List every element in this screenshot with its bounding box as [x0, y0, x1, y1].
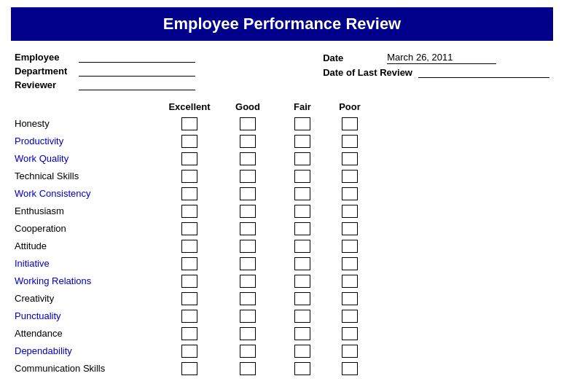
rating-cell-good[interactable] — [219, 239, 277, 254]
checkbox-poor[interactable] — [342, 135, 358, 148]
reviewer-input[interactable] — [79, 80, 195, 90]
rating-cell-fair[interactable] — [277, 152, 328, 166]
rating-cell-excellent[interactable] — [160, 152, 219, 166]
checkbox-good[interactable] — [240, 310, 256, 323]
rating-cell-fair[interactable] — [277, 169, 328, 184]
checkbox-fair[interactable] — [294, 362, 310, 375]
checkbox-excellent[interactable] — [181, 327, 197, 340]
rating-cell-excellent[interactable] — [160, 222, 219, 236]
checkbox-poor[interactable] — [342, 345, 358, 358]
rating-cell-poor[interactable] — [328, 152, 372, 166]
checkbox-excellent[interactable] — [181, 257, 197, 270]
rating-cell-good[interactable] — [219, 187, 277, 201]
checkbox-fair[interactable] — [294, 310, 310, 323]
rating-cell-fair[interactable] — [277, 309, 328, 324]
checkbox-poor[interactable] — [342, 240, 358, 253]
rating-cell-poor[interactable] — [328, 326, 372, 341]
rating-cell-poor[interactable] — [328, 256, 372, 271]
rating-cell-excellent[interactable] — [160, 274, 219, 289]
rating-cell-poor[interactable] — [328, 117, 372, 131]
rating-cell-fair[interactable] — [277, 291, 328, 306]
checkbox-fair[interactable] — [294, 117, 310, 130]
checkbox-good[interactable] — [240, 327, 256, 340]
rating-cell-good[interactable] — [219, 152, 277, 166]
checkbox-poor[interactable] — [342, 362, 358, 375]
rating-cell-good[interactable] — [219, 134, 277, 149]
rating-cell-fair[interactable] — [277, 187, 328, 201]
rating-cell-excellent[interactable] — [160, 256, 219, 271]
rating-cell-excellent[interactable] — [160, 326, 219, 341]
checkbox-good[interactable] — [240, 362, 256, 375]
rating-cell-poor[interactable] — [328, 222, 372, 236]
rating-cell-poor[interactable] — [328, 274, 372, 289]
checkbox-good[interactable] — [240, 170, 256, 183]
checkbox-excellent[interactable] — [181, 170, 197, 183]
rating-cell-fair[interactable] — [277, 256, 328, 271]
checkbox-good[interactable] — [240, 117, 256, 130]
checkbox-excellent[interactable] — [181, 205, 197, 218]
rating-cell-fair[interactable] — [277, 117, 328, 131]
employee-input[interactable] — [79, 52, 195, 63]
rating-cell-excellent[interactable] — [160, 239, 219, 254]
checkbox-excellent[interactable] — [181, 135, 197, 148]
checkbox-poor[interactable] — [342, 205, 358, 218]
rating-cell-poor[interactable] — [328, 187, 372, 201]
checkbox-poor[interactable] — [342, 170, 358, 183]
checkbox-poor[interactable] — [342, 117, 358, 130]
checkbox-fair[interactable] — [294, 292, 310, 305]
checkbox-poor[interactable] — [342, 257, 358, 270]
rating-cell-excellent[interactable] — [160, 291, 219, 306]
checkbox-excellent[interactable] — [181, 292, 197, 305]
checkbox-fair[interactable] — [294, 152, 310, 165]
checkbox-excellent[interactable] — [181, 275, 197, 288]
rating-cell-excellent[interactable] — [160, 361, 219, 376]
rating-cell-poor[interactable] — [328, 204, 372, 219]
checkbox-good[interactable] — [240, 292, 256, 305]
checkbox-poor[interactable] — [342, 327, 358, 340]
checkbox-excellent[interactable] — [181, 310, 197, 323]
checkbox-fair[interactable] — [294, 135, 310, 148]
checkbox-excellent[interactable] — [181, 117, 197, 130]
checkbox-fair[interactable] — [294, 345, 310, 358]
rating-cell-poor[interactable] — [328, 239, 372, 254]
checkbox-poor[interactable] — [342, 275, 358, 288]
checkbox-excellent[interactable] — [181, 345, 197, 358]
checkbox-poor[interactable] — [342, 187, 358, 200]
rating-cell-good[interactable] — [219, 117, 277, 131]
checkbox-poor[interactable] — [342, 292, 358, 305]
rating-cell-good[interactable] — [219, 274, 277, 289]
checkbox-fair[interactable] — [294, 205, 310, 218]
last-review-input[interactable] — [418, 68, 549, 78]
rating-cell-fair[interactable] — [277, 134, 328, 149]
checkbox-fair[interactable] — [294, 170, 310, 183]
rating-cell-poor[interactable] — [328, 169, 372, 184]
checkbox-good[interactable] — [240, 187, 256, 200]
checkbox-poor[interactable] — [342, 310, 358, 323]
rating-cell-fair[interactable] — [277, 274, 328, 289]
checkbox-fair[interactable] — [294, 327, 310, 340]
rating-cell-good[interactable] — [219, 256, 277, 271]
rating-cell-good[interactable] — [219, 204, 277, 219]
checkbox-fair[interactable] — [294, 275, 310, 288]
rating-cell-poor[interactable] — [328, 309, 372, 324]
rating-cell-poor[interactable] — [328, 344, 372, 358]
checkbox-good[interactable] — [240, 135, 256, 148]
checkbox-poor[interactable] — [342, 152, 358, 165]
checkbox-fair[interactable] — [294, 187, 310, 200]
rating-cell-good[interactable] — [219, 222, 277, 236]
checkbox-fair[interactable] — [294, 257, 310, 270]
department-input[interactable] — [79, 66, 195, 77]
rating-cell-excellent[interactable] — [160, 169, 219, 184]
rating-cell-fair[interactable] — [277, 204, 328, 219]
checkbox-excellent[interactable] — [181, 222, 197, 235]
checkbox-good[interactable] — [240, 345, 256, 358]
rating-cell-poor[interactable] — [328, 134, 372, 149]
checkbox-excellent[interactable] — [181, 152, 197, 165]
rating-cell-good[interactable] — [219, 344, 277, 358]
rating-cell-good[interactable] — [219, 169, 277, 184]
checkbox-good[interactable] — [240, 222, 256, 235]
rating-cell-fair[interactable] — [277, 361, 328, 376]
checkbox-good[interactable] — [240, 257, 256, 270]
rating-cell-fair[interactable] — [277, 344, 328, 358]
checkbox-fair[interactable] — [294, 240, 310, 253]
